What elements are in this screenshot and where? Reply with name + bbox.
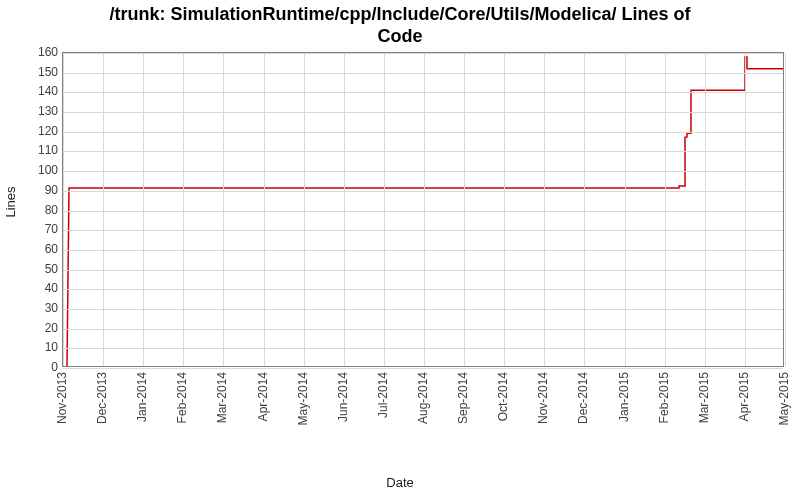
x-tick-label: Aug-2014 bbox=[416, 372, 430, 424]
y-tick-label: 150 bbox=[8, 65, 58, 79]
y-tick-label: 140 bbox=[8, 84, 58, 98]
title-line-2: Code bbox=[378, 26, 423, 46]
grid-line-v bbox=[705, 53, 706, 366]
grid-line-h bbox=[63, 270, 783, 271]
grid-line-v bbox=[745, 53, 746, 366]
grid-line-v bbox=[143, 53, 144, 366]
x-tick-label: Apr-2015 bbox=[737, 372, 751, 421]
grid-line-h bbox=[63, 191, 783, 192]
grid-line-v bbox=[344, 53, 345, 366]
x-tick-label: Oct-2014 bbox=[496, 372, 510, 421]
chart-container: /trunk: SimulationRuntime/cpp/Include/Co… bbox=[0, 0, 800, 500]
grid-line-h bbox=[63, 329, 783, 330]
x-tick-label: Sep-2014 bbox=[456, 372, 470, 424]
grid-line-h bbox=[63, 211, 783, 212]
y-tick-label: 130 bbox=[8, 104, 58, 118]
x-axis-label: Date bbox=[0, 475, 800, 490]
grid-line-v bbox=[625, 53, 626, 366]
title-line-1: /trunk: SimulationRuntime/cpp/Include/Co… bbox=[109, 4, 690, 24]
grid-line-h bbox=[63, 348, 783, 349]
grid-line-v bbox=[785, 53, 786, 366]
y-tick-label: 70 bbox=[8, 222, 58, 236]
x-tick-label: Jan-2015 bbox=[617, 372, 631, 422]
y-tick-label: 50 bbox=[8, 262, 58, 276]
grid-line-h bbox=[63, 132, 783, 133]
grid-line-v bbox=[665, 53, 666, 366]
y-tick-label: 160 bbox=[8, 45, 58, 59]
y-tick-label: 80 bbox=[8, 203, 58, 217]
y-tick-label: 0 bbox=[8, 360, 58, 374]
grid-line-v bbox=[584, 53, 585, 366]
y-tick-label: 60 bbox=[8, 242, 58, 256]
x-tick-label: May-2015 bbox=[777, 372, 791, 425]
x-tick-label: Jul-2014 bbox=[376, 372, 390, 418]
grid-line-v bbox=[63, 53, 64, 366]
x-tick-label: Dec-2013 bbox=[95, 372, 109, 424]
grid-line-v bbox=[103, 53, 104, 366]
grid-line-v bbox=[504, 53, 505, 366]
grid-line-h bbox=[63, 289, 783, 290]
grid-line-v bbox=[384, 53, 385, 366]
x-tick-label: Mar-2014 bbox=[215, 372, 229, 423]
grid-line-h bbox=[63, 230, 783, 231]
chart-title: /trunk: SimulationRuntime/cpp/Include/Co… bbox=[0, 0, 800, 47]
grid-line-v bbox=[223, 53, 224, 366]
grid-line-h bbox=[63, 92, 783, 93]
grid-line-v bbox=[464, 53, 465, 366]
x-tick-label: Jan-2014 bbox=[135, 372, 149, 422]
grid-line-h bbox=[63, 368, 783, 369]
x-tick-label: Dec-2014 bbox=[576, 372, 590, 424]
plot-area bbox=[62, 52, 784, 367]
grid-line-h bbox=[63, 171, 783, 172]
grid-line-v bbox=[424, 53, 425, 366]
y-tick-label: 90 bbox=[8, 183, 58, 197]
series-line bbox=[63, 53, 783, 366]
grid-line-h bbox=[63, 112, 783, 113]
x-tick-label: Feb-2015 bbox=[657, 372, 671, 423]
x-tick-label: Nov-2014 bbox=[536, 372, 550, 424]
y-tick-label: 20 bbox=[8, 321, 58, 335]
x-tick-label: Jun-2014 bbox=[336, 372, 350, 422]
grid-line-h bbox=[63, 53, 783, 54]
x-tick-label: Mar-2015 bbox=[697, 372, 711, 423]
y-tick-label: 100 bbox=[8, 163, 58, 177]
grid-line-h bbox=[63, 250, 783, 251]
grid-line-v bbox=[264, 53, 265, 366]
y-tick-label: 120 bbox=[8, 124, 58, 138]
grid-line-h bbox=[63, 73, 783, 74]
x-tick-label: Feb-2014 bbox=[175, 372, 189, 423]
grid-line-h bbox=[63, 309, 783, 310]
y-tick-label: 10 bbox=[8, 340, 58, 354]
x-tick-label: Apr-2014 bbox=[256, 372, 270, 421]
x-tick-label: May-2014 bbox=[296, 372, 310, 425]
y-tick-label: 110 bbox=[8, 143, 58, 157]
grid-line-v bbox=[183, 53, 184, 366]
grid-line-h bbox=[63, 151, 783, 152]
grid-line-v bbox=[304, 53, 305, 366]
y-tick-label: 30 bbox=[8, 301, 58, 315]
x-tick-label: Nov-2013 bbox=[55, 372, 69, 424]
grid-line-v bbox=[544, 53, 545, 366]
y-tick-label: 40 bbox=[8, 281, 58, 295]
